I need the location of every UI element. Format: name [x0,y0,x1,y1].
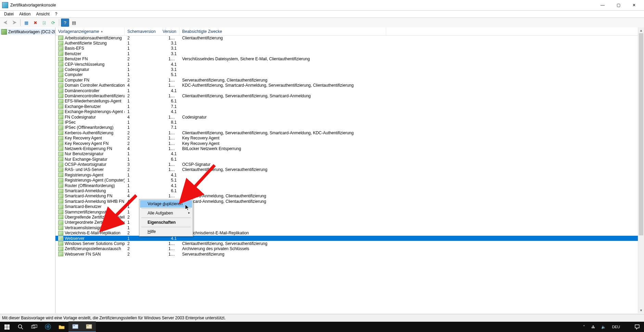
cell-schema: 2 [125,78,166,83]
column-version[interactable]: Version [166,27,179,35]
list-body[interactable]: Arbeitsstationsauthentifizierung2101.0Cl… [55,35,638,313]
table-row[interactable]: Computer FN2101.0Serverauthentifizierung… [55,77,638,83]
table-row[interactable]: Smartcard-Anmeldung16.1 [55,188,638,193]
table-row[interactable]: Zertifizierungsstellenaustausch2106.0Arc… [55,246,638,251]
tree-root[interactable]: Zertifikatvorlagen (DC2-2016.AD [0,29,55,35]
action-center-button[interactable] [630,322,644,332]
status-text: Mit dieser Basisvorlage wird eine Vorlag… [2,316,226,320]
minimize-button[interactable]: — [595,0,610,10]
table-row[interactable]: CEP-Verschlüsselung14.1 [55,62,638,67]
table-row[interactable]: Exchange-Registrierungs-Agent (Offlinea.… [55,109,638,114]
table-row[interactable]: Nur Benutzersignatur14.1 [55,151,638,157]
taskbar-mmc1[interactable] [68,321,82,332]
table-row[interactable]: Codesignatur13.1 [55,67,638,72]
tray-volume-icon[interactable]: 🔈 [599,324,608,329]
table-row[interactable]: IPSec18.1 [55,120,638,125]
taskbar-mmc2[interactable] [82,321,96,332]
table-row[interactable]: Key Recovery Agent FN2100.1Key Recovery … [55,141,638,146]
menu-properties[interactable]: Eigenschaften [140,219,192,226]
menu-aktion[interactable]: Aktion [16,11,33,17]
table-row[interactable]: Arbeitsstationsauthentifizierung2101.0Cl… [55,35,638,40]
cell-name: Untergeordnete Zertifizierungsstelle [55,220,125,225]
help-button[interactable]: ? [61,19,69,27]
cell-schema: 2 [125,252,166,257]
cell-version: 5.1 [166,72,179,77]
maximize-button[interactable]: ▢ [610,0,626,10]
table-row[interactable]: Exchange-Benutzer17.1 [55,104,638,109]
cell-name-text: Zertifizierungsstellenaustausch [65,246,121,251]
table-row[interactable]: Registrierungs-Agent14.1 [55,172,638,177]
table-row[interactable]: Benutzer13.1 [55,51,638,56]
table-row[interactable]: Domänencontrollerauthentifizierung2112.1… [55,93,638,98]
menu-ansicht[interactable]: Ansicht [33,11,52,17]
scroll-down-icon[interactable]: ▼ [638,307,644,313]
cell-schema: 1 [125,125,166,130]
export-button[interactable]: ⍈ [40,19,48,27]
menu-help[interactable]: ? [52,11,60,17]
table-row[interactable]: Domänencontroller14.1 [55,88,638,93]
close-button[interactable]: ✕ [626,0,642,10]
table-row[interactable]: Kerberos-Authentifizierung2110.1Clientau… [55,130,638,135]
table-row[interactable]: OCSP-Antwortsignatur3101.0OCSP-Signatur [55,162,638,167]
menu-datei[interactable]: Datei [1,11,16,17]
template-icon [58,205,63,209]
taskview-button[interactable] [27,322,41,332]
column-name[interactable]: Vorlagenanzeigename ▲ [55,27,125,35]
table-row[interactable]: Webserver14.1 [55,236,638,241]
cell-name: Smartcard-Benutzer [55,204,125,209]
column-schema[interactable]: Schemaversion [125,27,166,35]
template-icon [58,162,63,167]
back-button[interactable]: ⮜ [1,19,10,27]
taskbar-explorer[interactable] [55,322,68,332]
table-row[interactable]: RAS- und IAS-Server2101.0Clientauthentif… [55,167,638,172]
tray-network-icon[interactable]: 🖧 [589,324,597,329]
table-row[interactable]: Smartcard-Anmeldung FN4100.6Smartcard-An… [55,194,638,199]
tray-lang[interactable]: DEU [610,324,622,329]
table-row[interactable]: IPSec (Offlineanforderung)17.1 [55,125,638,130]
tree-pane[interactable]: Zertifikatvorlagen (DC2-2016.AD [0,27,55,313]
cell-name: Zertifizierungsstellenaustausch [55,246,125,251]
table-row[interactable]: Benutzer FN2101.1Verschlüsselndes Dateis… [55,57,638,62]
search-button[interactable] [14,322,27,332]
cell-version: 4.1 [166,88,179,93]
table-row[interactable]: Nur Exchange-Signatur16.1 [55,157,638,162]
table-row[interactable]: Computer15.1 [55,72,638,77]
table-row[interactable]: Key Recovery Agent2105.0Key Recovery Age… [55,135,638,140]
refresh-button[interactable]: ⟳ [49,19,57,27]
menu-all-tasks[interactable]: Alle Aufgaben [140,209,192,217]
menu-duplicate-template[interactable]: Vorlage duplizieren [140,200,192,208]
cell-name: FN Codesignatur [55,115,125,120]
cell-name-text: Nur Exchange-Signatur [65,157,108,162]
table-row[interactable]: EFS-Wiederherstellungs-Agent16.1 [55,99,638,104]
table-row[interactable]: FN Codesignatur4100.2Codesignatur [55,114,638,120]
cell-version: 100.6 [166,194,179,198]
table-row[interactable]: Router (Offlineanforderung)14.1 [55,183,638,188]
menu-help[interactable]: Hilfe [140,228,192,235]
table-row[interactable]: Basis-EFS13.1 [55,46,638,51]
cell-name: Domänencontrollerauthentifizierung [55,94,125,98]
table-row[interactable]: Windows Server Solutions Computer Cer...… [55,241,638,246]
taskbar-ie[interactable]: ⓔ [41,322,55,332]
table-row[interactable]: Netzwerk-Entsperrung FN4101.5BitLocker N… [55,146,638,151]
cell-schema: 2 [125,136,166,140]
table-row[interactable]: Authentifizierte Sitzung13.1 [55,40,638,46]
table-row[interactable]: Webserver FN SAN2100.5Serverauthentifizi… [55,251,638,257]
options-button[interactable]: ▤ [70,19,78,27]
scroll-up-icon[interactable]: ▲ [638,27,644,33]
table-row[interactable]: Registrierungs-Agent (Computer)15.1 [55,178,638,183]
forward-button[interactable]: ⮞ [10,19,18,27]
cell-name-text: Benutzer [65,51,81,56]
cell-name-text: Computer [65,72,83,77]
cell-schema: 1 [125,51,166,56]
table-row[interactable]: Domain Controller Authentication (Kerbe.… [55,83,638,88]
column-purpose[interactable]: Beabsichtigte Zwecke [179,27,386,35]
scroll-thumb[interactable] [639,33,643,235]
cell-schema: 2 [125,167,166,172]
template-icon [58,46,63,51]
properties-button[interactable]: ▦ [22,19,30,27]
delete-button[interactable]: ✖ [31,19,39,27]
tray-expand[interactable]: ˄ [581,324,587,329]
vertical-scrollbar[interactable]: ▲ ▼ [638,27,644,313]
cell-version: 101.5 [166,146,179,151]
start-button[interactable] [0,322,14,332]
